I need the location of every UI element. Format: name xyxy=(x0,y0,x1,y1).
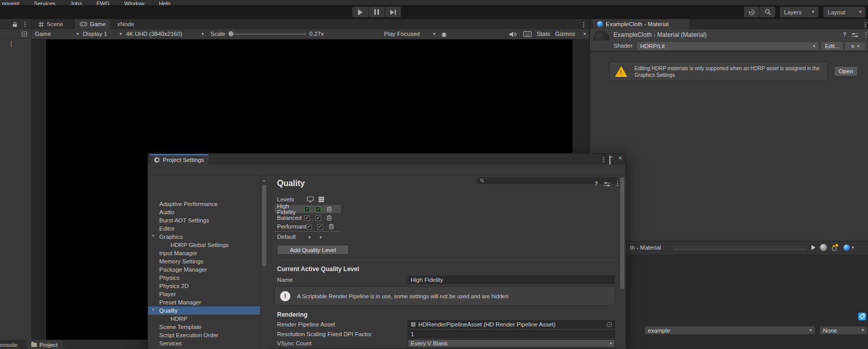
help-icon[interactable]: ? xyxy=(595,180,598,187)
window-menu-icon[interactable]: ⋮ xyxy=(601,156,607,163)
stats-toggle[interactable]: Stats xyxy=(537,31,550,37)
content-scrollbar-right[interactable] xyxy=(619,175,626,349)
vsync-count-dropdown[interactable]: Every V Blank ▾ xyxy=(408,339,615,347)
debug-bug-icon[interactable] xyxy=(440,31,448,38)
project-settings-tab[interactable]: Project Settings xyxy=(150,154,208,165)
trash-icon[interactable] xyxy=(329,223,334,230)
settings-category[interactable]: ▾ Physics xyxy=(148,274,260,282)
platform-checkbox[interactable]: ✓ xyxy=(306,224,312,230)
trash-icon[interactable] xyxy=(327,215,332,221)
settings-category[interactable]: ▾ Graphics xyxy=(148,233,260,241)
settings-category[interactable]: ▾ Scene Template xyxy=(148,323,260,331)
menu-item[interactable]: Jobs xyxy=(70,1,82,5)
content-scrollbar-left[interactable]: ▲ xyxy=(260,175,267,349)
shader-dropdown[interactable]: HDRP/Lit▾ xyxy=(637,42,818,50)
play-button[interactable] xyxy=(352,7,368,17)
capture-icon[interactable] xyxy=(22,31,27,37)
help-icon[interactable]: ? xyxy=(843,31,846,37)
preview-play-icon[interactable] xyxy=(812,245,816,250)
quality-level-row-balanced[interactable]: Balanced ✓ ✓ xyxy=(274,214,341,222)
layers-dropdown[interactable]: Layers ▾ xyxy=(780,7,818,17)
presets-icon[interactable] xyxy=(852,32,858,38)
pause-button[interactable] xyxy=(369,7,385,17)
settings-category[interactable]: ▾ Editor xyxy=(148,224,260,233)
lock-icon[interactable] xyxy=(12,22,17,27)
default-dropdown-server[interactable]: ▾ xyxy=(320,235,322,240)
resolution-dropdown[interactable]: 4K UHD (3840x2160)▾ xyxy=(126,31,204,37)
context-menu-icon[interactable]: ⋮ xyxy=(863,31,868,38)
settings-category[interactable]: ▾ Memory Settings xyxy=(148,257,260,265)
settings-category[interactable]: ▾ Script Execution Order xyxy=(148,331,260,339)
preview-shape-icon[interactable] xyxy=(820,244,827,251)
platform-checkbox[interactable]: ✓ xyxy=(315,207,321,212)
tabbar-menu-icon[interactable]: ⋮ xyxy=(581,21,587,28)
tab-scene[interactable]: Scene xyxy=(34,19,68,29)
preview-light-icon[interactable] xyxy=(831,243,839,252)
scale-slider-track[interactable] xyxy=(234,34,306,34)
add-quality-level-button[interactable]: Add Quality Level xyxy=(277,245,349,255)
settings-category[interactable]: ▾ Input Manager xyxy=(148,249,260,257)
platform-checkbox[interactable]: ✓ xyxy=(304,215,310,221)
settings-category[interactable]: ▾ Services xyxy=(148,339,260,347)
foldout-icon[interactable]: ▾ xyxy=(152,307,155,312)
settings-category[interactable]: ▾ Preset Manager xyxy=(148,298,260,306)
preview-render-mode-dropdown[interactable]: ▾ xyxy=(843,244,854,251)
presets-icon[interactable] xyxy=(604,181,610,187)
settings-category[interactable]: ▾ HDRP Global Settings xyxy=(148,241,260,249)
scroll-up-icon[interactable]: ▲ xyxy=(262,178,266,182)
preview-drag-handle[interactable] xyxy=(673,247,807,250)
open-graphics-settings-button[interactable]: Open xyxy=(834,66,858,76)
game-mode-dropdown[interactable]: Game▾ xyxy=(35,31,79,37)
step-button[interactable] xyxy=(385,7,401,17)
settings-category[interactable]: ▾ HDRP xyxy=(148,315,260,323)
default-dropdown-desktop[interactable]: ▾ xyxy=(308,235,311,240)
settings-category[interactable]: ▾ Player xyxy=(148,290,260,298)
trash-icon[interactable] xyxy=(327,206,332,212)
menu-item[interactable]: Help xyxy=(159,1,171,5)
quality-level-row-performant[interactable]: Performant ✓ ✓ xyxy=(274,222,341,231)
foldout-icon[interactable]: ▾ xyxy=(152,233,155,238)
keyboard-icon[interactable] xyxy=(523,31,532,37)
window-titlebar[interactable]: Project Settings ⋮ ✕ xyxy=(148,154,625,165)
menu-item[interactable]: ponent xyxy=(2,1,19,5)
material-preview-bar[interactable]: th - Material ▾ xyxy=(590,241,868,255)
close-icon[interactable]: ✕ xyxy=(618,155,622,161)
object-picker-icon[interactable] xyxy=(607,322,612,327)
search-button[interactable] xyxy=(760,7,775,17)
tab-xnode[interactable]: xNode xyxy=(113,19,139,29)
shader-edit-button[interactable]: Edit... xyxy=(821,42,843,50)
undo-history-button[interactable] xyxy=(744,7,759,17)
tab-console[interactable]: onsole xyxy=(0,340,22,349)
platform-checkbox[interactable]: ✓ xyxy=(304,207,310,212)
settings-category[interactable]: ▾ Package Manager xyxy=(148,265,260,274)
menu-item[interactable]: FWG xyxy=(96,1,110,5)
play-focused-dropdown[interactable]: Play Focused▾ xyxy=(384,31,435,37)
asset-label-icon[interactable] xyxy=(858,313,866,320)
asset-variant-dropdown[interactable]: None▾ xyxy=(819,326,867,335)
dpi-factor-field[interactable]: 1 xyxy=(408,330,615,338)
settings-category[interactable]: ▾ Audio xyxy=(148,208,260,216)
tab-project[interactable]: Project xyxy=(27,340,62,349)
tab-game[interactable]: Game xyxy=(75,19,110,29)
quality-level-row-high-fidelity[interactable]: High Fidelity ✓ ✓ xyxy=(274,205,341,213)
settings-category[interactable]: ▾ Adaptive Performance xyxy=(148,200,260,208)
settings-category[interactable]: ▾ Physics 2D xyxy=(148,282,260,290)
render-pipeline-asset-field[interactable]: HDRenderPipelineAsset (HD Render Pipelin… xyxy=(408,320,615,329)
mute-audio-icon[interactable] xyxy=(509,31,517,37)
context-menu-icon[interactable]: ⋮ xyxy=(615,180,621,187)
tab-material-inspector[interactable]: ExampleCloth - Material xyxy=(592,19,689,29)
asset-bundle-dropdown[interactable]: example▾ xyxy=(644,326,815,335)
gizmos-dropdown[interactable]: Gizmos▾ xyxy=(555,31,586,37)
platform-checkbox[interactable]: ✓ xyxy=(315,215,321,221)
settings-category[interactable]: ▾ Quality xyxy=(148,306,260,315)
menu-item[interactable]: Services xyxy=(34,1,55,5)
panel-menu-icon[interactable]: ⋮ xyxy=(22,20,28,28)
menu-item[interactable]: Window xyxy=(124,1,144,5)
scale-slider-knob[interactable] xyxy=(228,31,234,36)
layout-dropdown[interactable]: Layout ▾ xyxy=(823,7,865,17)
settings-category[interactable]: ▾ Burst AOT Settings xyxy=(148,216,260,224)
shader-options-button[interactable]: ≡ ▾ xyxy=(845,42,865,50)
display-dropdown[interactable]: Display 1▾ xyxy=(83,31,122,37)
name-field[interactable]: High Fidelity xyxy=(408,276,615,284)
tabbar-menu-icon[interactable]: ⋮ xyxy=(862,21,868,28)
